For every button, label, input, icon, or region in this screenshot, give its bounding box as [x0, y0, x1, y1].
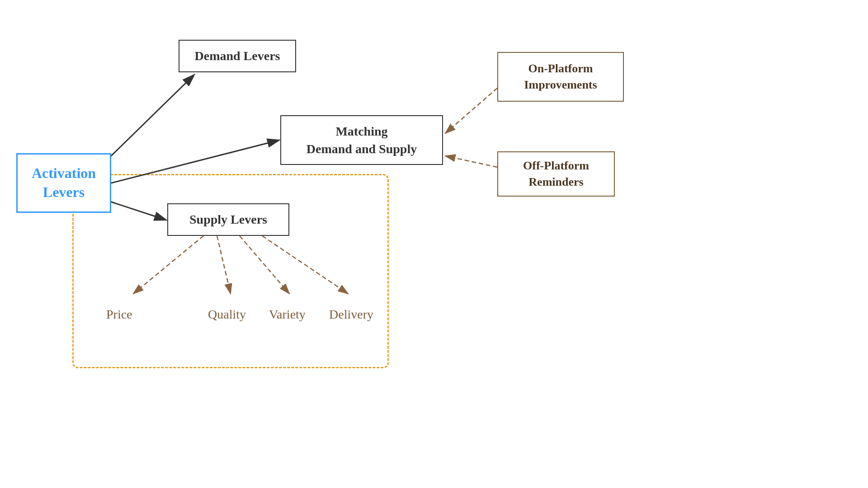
demand-levers-box: Demand Levers — [179, 40, 296, 72]
off-platform-box: Off-Platform Reminders — [497, 151, 615, 197]
supply-levers-label: Supply Levers — [189, 212, 267, 227]
matching-box: Matching Demand and Supply — [280, 115, 443, 165]
svg-line-6 — [445, 156, 497, 167]
activation-levers-label: Activation Levers — [32, 164, 96, 202]
on-platform-box: On-Platform Improvements — [497, 52, 624, 102]
diagram-container: Activation Levers Demand Levers Matching… — [0, 0, 868, 488]
quality-label: Quality — [208, 307, 246, 322]
price-label: Price — [106, 307, 132, 322]
matching-label: Matching Demand and Supply — [307, 122, 417, 158]
demand-levers-label: Demand Levers — [195, 49, 280, 63]
delivery-label: Delivery — [329, 307, 373, 322]
supply-levers-box: Supply Levers — [167, 203, 289, 236]
variety-label: Variety — [269, 307, 306, 322]
svg-line-5 — [445, 88, 497, 133]
off-platform-label: Off-Platform Reminders — [523, 158, 589, 191]
activation-levers-box: Activation Levers — [16, 153, 111, 213]
on-platform-label: On-Platform Improvements — [524, 61, 597, 94]
